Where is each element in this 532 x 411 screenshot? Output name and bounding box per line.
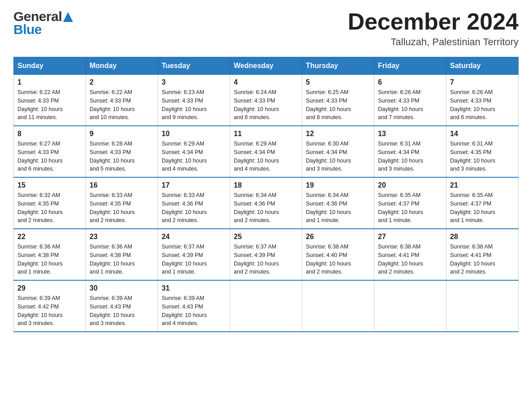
table-row: 14Sunrise: 6:31 AMSunset: 4:35 PMDayligh… [446,126,519,177]
day-number: 12 [306,130,370,138]
table-row: 29Sunrise: 6:39 AMSunset: 4:42 PMDayligh… [14,280,86,332]
day-info: Sunrise: 6:30 AMSunset: 4:34 PMDaylight:… [306,140,370,173]
table-row: 31Sunrise: 6:39 AMSunset: 4:43 PMDayligh… [158,280,230,332]
table-row: 5Sunrise: 6:25 AMSunset: 4:33 PMDaylight… [302,75,374,126]
table-row: 28Sunrise: 6:38 AMSunset: 4:41 PMDayligh… [446,229,519,280]
table-row: 27Sunrise: 6:38 AMSunset: 4:41 PMDayligh… [374,229,446,280]
table-row: 16Sunrise: 6:33 AMSunset: 4:35 PMDayligh… [86,177,158,229]
day-number: 2 [90,78,154,86]
location-title: Talluzah, Palestinian Territory [348,36,519,48]
day-number: 16 [90,181,154,189]
day-info: Sunrise: 6:38 AMSunset: 4:41 PMDaylight:… [450,243,515,276]
day-number: 17 [162,181,226,189]
table-row: 26Sunrise: 6:38 AMSunset: 4:40 PMDayligh… [302,229,374,280]
day-info: Sunrise: 6:34 AMSunset: 4:36 PMDaylight:… [234,191,298,225]
day-info: Sunrise: 6:26 AMSunset: 4:33 PMDaylight:… [378,88,442,122]
day-number: 22 [17,233,82,241]
table-row: 25Sunrise: 6:37 AMSunset: 4:39 PMDayligh… [230,229,302,280]
table-row: 12Sunrise: 6:30 AMSunset: 4:34 PMDayligh… [302,126,374,177]
day-info: Sunrise: 6:22 AMSunset: 4:33 PMDaylight:… [90,88,154,122]
day-number: 26 [306,233,370,241]
table-row: 9Sunrise: 6:28 AMSunset: 4:33 PMDaylight… [86,126,158,177]
day-info: Sunrise: 6:27 AMSunset: 4:33 PMDaylight:… [17,140,82,173]
col-wednesday: Wednesday [230,57,302,75]
day-info: Sunrise: 6:35 AMSunset: 4:37 PMDaylight:… [378,191,442,225]
svg-marker-0 [63,12,73,22]
table-row: 15Sunrise: 6:32 AMSunset: 4:35 PMDayligh… [14,177,86,229]
day-info: Sunrise: 6:39 AMSunset: 4:42 PMDaylight:… [17,294,82,328]
table-row: 10Sunrise: 6:29 AMSunset: 4:34 PMDayligh… [158,126,230,177]
day-info: Sunrise: 6:37 AMSunset: 4:39 PMDaylight:… [162,243,226,276]
table-row: 21Sunrise: 6:35 AMSunset: 4:37 PMDayligh… [446,177,519,229]
day-number: 21 [450,181,515,189]
day-info: Sunrise: 6:37 AMSunset: 4:39 PMDaylight:… [234,243,298,276]
col-friday: Friday [374,57,446,75]
day-number: 4 [234,78,298,86]
table-row: 19Sunrise: 6:34 AMSunset: 4:36 PMDayligh… [302,177,374,229]
day-info: Sunrise: 6:28 AMSunset: 4:33 PMDaylight:… [90,140,154,173]
table-row: 11Sunrise: 6:29 AMSunset: 4:34 PMDayligh… [230,126,302,177]
table-row: 3Sunrise: 6:23 AMSunset: 4:33 PMDaylight… [158,75,230,126]
day-info: Sunrise: 6:35 AMSunset: 4:37 PMDaylight:… [450,191,515,225]
table-row: 7Sunrise: 6:26 AMSunset: 4:33 PMDaylight… [446,75,519,126]
table-row: 6Sunrise: 6:26 AMSunset: 4:33 PMDaylight… [374,75,446,126]
calendar-week-row: 22Sunrise: 6:36 AMSunset: 4:38 PMDayligh… [14,229,519,280]
logo: General Blue [13,9,73,37]
day-number: 8 [17,130,82,138]
title-block: December 2024 Talluzah, Palestinian Terr… [348,9,519,48]
day-info: Sunrise: 6:33 AMSunset: 4:35 PMDaylight:… [90,191,154,225]
day-number: 27 [378,233,442,241]
day-number: 13 [378,130,442,138]
day-info: Sunrise: 6:24 AMSunset: 4:33 PMDaylight:… [234,88,298,122]
logo-blue-text: Blue [13,22,73,37]
table-row [374,280,446,332]
col-sunday: Sunday [14,57,86,75]
table-row: 4Sunrise: 6:24 AMSunset: 4:33 PMDaylight… [230,75,302,126]
day-number: 31 [162,284,226,292]
day-number: 1 [17,78,82,86]
day-number: 20 [378,181,442,189]
table-row [302,280,374,332]
day-number: 28 [450,233,515,241]
table-row: 18Sunrise: 6:34 AMSunset: 4:36 PMDayligh… [230,177,302,229]
day-info: Sunrise: 6:36 AMSunset: 4:38 PMDaylight:… [17,243,82,276]
day-info: Sunrise: 6:31 AMSunset: 4:35 PMDaylight:… [450,140,515,173]
table-row: 23Sunrise: 6:36 AMSunset: 4:38 PMDayligh… [86,229,158,280]
day-number: 24 [162,233,226,241]
table-row: 22Sunrise: 6:36 AMSunset: 4:38 PMDayligh… [14,229,86,280]
day-number: 23 [90,233,154,241]
table-row: 30Sunrise: 6:39 AMSunset: 4:43 PMDayligh… [86,280,158,332]
table-row: 8Sunrise: 6:27 AMSunset: 4:33 PMDaylight… [14,126,86,177]
calendar-week-row: 1Sunrise: 6:22 AMSunset: 4:33 PMDaylight… [14,75,519,126]
day-number: 25 [234,233,298,241]
col-monday: Monday [86,57,158,75]
table-row: 24Sunrise: 6:37 AMSunset: 4:39 PMDayligh… [158,229,230,280]
page-header: General Blue December 2024 Talluzah, Pal… [13,9,519,48]
day-number: 7 [450,78,515,86]
day-number: 19 [306,181,370,189]
day-number: 11 [234,130,298,138]
day-number: 5 [306,78,370,86]
logo-triangle-icon [63,12,73,22]
day-info: Sunrise: 6:32 AMSunset: 4:35 PMDaylight:… [17,191,82,225]
table-row: 13Sunrise: 6:31 AMSunset: 4:34 PMDayligh… [374,126,446,177]
calendar-table: Sunday Monday Tuesday Wednesday Thursday… [13,57,519,332]
day-number: 29 [17,284,82,292]
day-number: 18 [234,181,298,189]
day-info: Sunrise: 6:25 AMSunset: 4:33 PMDaylight:… [306,88,370,122]
calendar-week-row: 15Sunrise: 6:32 AMSunset: 4:35 PMDayligh… [14,177,519,229]
calendar-week-row: 8Sunrise: 6:27 AMSunset: 4:33 PMDaylight… [14,126,519,177]
table-row [230,280,302,332]
day-number: 10 [162,130,226,138]
table-row [446,280,519,332]
day-info: Sunrise: 6:29 AMSunset: 4:34 PMDaylight:… [234,140,298,173]
col-tuesday: Tuesday [158,57,230,75]
day-number: 30 [90,284,154,292]
col-saturday: Saturday [446,57,519,75]
day-info: Sunrise: 6:33 AMSunset: 4:36 PMDaylight:… [162,191,226,225]
table-row: 2Sunrise: 6:22 AMSunset: 4:33 PMDaylight… [86,75,158,126]
day-number: 3 [162,78,226,86]
day-number: 9 [90,130,154,138]
day-info: Sunrise: 6:38 AMSunset: 4:41 PMDaylight:… [378,243,442,276]
table-row: 17Sunrise: 6:33 AMSunset: 4:36 PMDayligh… [158,177,230,229]
